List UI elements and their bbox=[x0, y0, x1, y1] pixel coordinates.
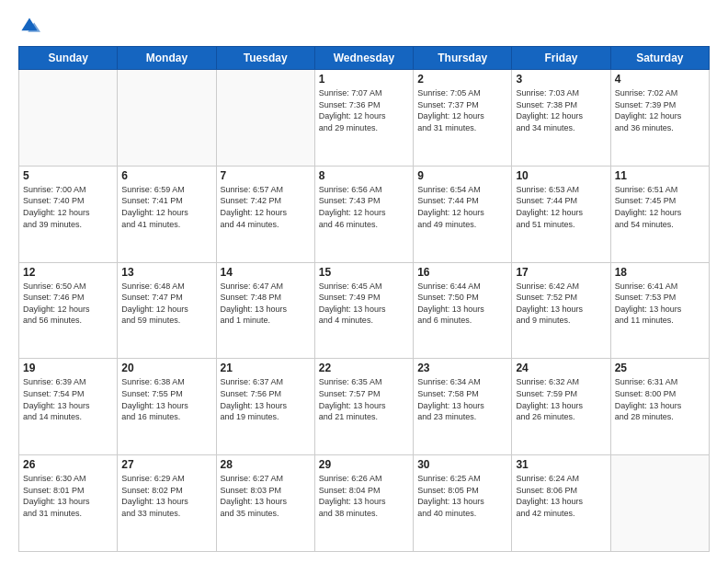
day-info: Sunrise: 6:56 AM Sunset: 7:43 PM Dayligh… bbox=[319, 184, 409, 230]
calendar-cell: 9Sunrise: 6:54 AM Sunset: 7:44 PM Daylig… bbox=[414, 166, 512, 262]
day-number: 9 bbox=[417, 169, 507, 182]
day-number: 8 bbox=[319, 169, 409, 182]
calendar-cell: 30Sunrise: 6:25 AM Sunset: 8:05 PM Dayli… bbox=[414, 455, 512, 552]
week-row-3: 12Sunrise: 6:50 AM Sunset: 7:46 PM Dayli… bbox=[19, 262, 710, 359]
header bbox=[18, 15, 710, 37]
calendar-cell: 26Sunrise: 6:30 AM Sunset: 8:01 PM Dayli… bbox=[19, 455, 118, 552]
calendar-cell: 2Sunrise: 7:05 AM Sunset: 7:37 PM Daylig… bbox=[414, 70, 512, 167]
day-info: Sunrise: 6:38 AM Sunset: 7:55 PM Dayligh… bbox=[121, 376, 211, 422]
day-number: 12 bbox=[23, 266, 113, 279]
day-info: Sunrise: 7:05 AM Sunset: 7:37 PM Dayligh… bbox=[417, 87, 507, 133]
day-info: Sunrise: 6:54 AM Sunset: 7:44 PM Dayligh… bbox=[417, 184, 507, 230]
calendar-cell bbox=[19, 70, 118, 167]
day-info: Sunrise: 6:29 AM Sunset: 8:02 PM Dayligh… bbox=[121, 473, 211, 519]
calendar-cell: 14Sunrise: 6:47 AM Sunset: 7:48 PM Dayli… bbox=[216, 262, 314, 359]
day-info: Sunrise: 6:48 AM Sunset: 7:47 PM Dayligh… bbox=[121, 281, 211, 327]
logo-icon bbox=[18, 15, 40, 37]
day-info: Sunrise: 6:51 AM Sunset: 7:45 PM Dayligh… bbox=[615, 184, 705, 230]
calendar-cell: 8Sunrise: 6:56 AM Sunset: 7:43 PM Daylig… bbox=[314, 166, 413, 262]
calendar-cell: 29Sunrise: 6:26 AM Sunset: 8:04 PM Dayli… bbox=[314, 455, 413, 552]
calendar-cell: 3Sunrise: 7:03 AM Sunset: 7:38 PM Daylig… bbox=[512, 70, 610, 167]
day-number: 19 bbox=[23, 362, 113, 374]
page: SundayMondayTuesdayWednesdayThursdayFrid… bbox=[0, 0, 728, 563]
day-number: 27 bbox=[121, 458, 211, 471]
calendar-cell: 1Sunrise: 7:07 AM Sunset: 7:36 PM Daylig… bbox=[314, 70, 413, 167]
calendar-cell: 17Sunrise: 6:42 AM Sunset: 7:52 PM Dayli… bbox=[512, 262, 610, 359]
calendar-cell: 24Sunrise: 6:32 AM Sunset: 7:59 PM Dayli… bbox=[512, 359, 610, 455]
day-number: 22 bbox=[319, 362, 409, 374]
day-info: Sunrise: 6:31 AM Sunset: 8:00 PM Dayligh… bbox=[615, 376, 705, 422]
day-number: 28 bbox=[221, 458, 311, 471]
calendar-cell: 23Sunrise: 6:34 AM Sunset: 7:58 PM Dayli… bbox=[414, 359, 512, 455]
weekday-header-saturday: Saturday bbox=[610, 47, 709, 70]
day-number: 10 bbox=[516, 169, 606, 182]
calendar-cell: 28Sunrise: 6:27 AM Sunset: 8:03 PM Dayli… bbox=[216, 455, 314, 552]
day-number: 5 bbox=[23, 169, 113, 182]
day-number: 14 bbox=[221, 266, 311, 279]
day-number: 18 bbox=[615, 266, 705, 279]
day-info: Sunrise: 6:57 AM Sunset: 7:42 PM Dayligh… bbox=[221, 184, 311, 230]
day-number: 11 bbox=[615, 169, 705, 182]
calendar-cell bbox=[118, 70, 216, 167]
week-row-5: 26Sunrise: 6:30 AM Sunset: 8:01 PM Dayli… bbox=[19, 455, 710, 552]
calendar-cell: 4Sunrise: 7:02 AM Sunset: 7:39 PM Daylig… bbox=[610, 70, 709, 167]
calendar-cell: 19Sunrise: 6:39 AM Sunset: 7:54 PM Dayli… bbox=[19, 359, 118, 455]
day-info: Sunrise: 6:24 AM Sunset: 8:06 PM Dayligh… bbox=[516, 473, 606, 519]
logo bbox=[18, 15, 44, 37]
day-number: 26 bbox=[23, 458, 113, 471]
day-number: 1 bbox=[319, 73, 409, 86]
calendar-cell: 7Sunrise: 6:57 AM Sunset: 7:42 PM Daylig… bbox=[216, 166, 314, 262]
calendar-cell: 25Sunrise: 6:31 AM Sunset: 8:00 PM Dayli… bbox=[610, 359, 709, 455]
day-number: 3 bbox=[516, 73, 606, 86]
day-info: Sunrise: 6:26 AM Sunset: 8:04 PM Dayligh… bbox=[319, 473, 409, 519]
day-number: 31 bbox=[516, 458, 606, 471]
weekday-header-sunday: Sunday bbox=[19, 47, 118, 70]
calendar-cell bbox=[216, 70, 314, 167]
day-number: 13 bbox=[121, 266, 211, 279]
day-number: 16 bbox=[417, 266, 507, 279]
calendar-cell: 16Sunrise: 6:44 AM Sunset: 7:50 PM Dayli… bbox=[414, 262, 512, 359]
day-info: Sunrise: 6:32 AM Sunset: 7:59 PM Dayligh… bbox=[516, 376, 606, 422]
calendar-cell: 10Sunrise: 6:53 AM Sunset: 7:44 PM Dayli… bbox=[512, 166, 610, 262]
day-info: Sunrise: 6:35 AM Sunset: 7:57 PM Dayligh… bbox=[319, 376, 409, 422]
weekday-header-wednesday: Wednesday bbox=[314, 47, 413, 70]
calendar-cell: 18Sunrise: 6:41 AM Sunset: 7:53 PM Dayli… bbox=[610, 262, 709, 359]
calendar-cell: 6Sunrise: 6:59 AM Sunset: 7:41 PM Daylig… bbox=[118, 166, 216, 262]
day-info: Sunrise: 7:03 AM Sunset: 7:38 PM Dayligh… bbox=[516, 87, 606, 133]
calendar-cell: 5Sunrise: 7:00 AM Sunset: 7:40 PM Daylig… bbox=[19, 166, 118, 262]
calendar-cell: 12Sunrise: 6:50 AM Sunset: 7:46 PM Dayli… bbox=[19, 262, 118, 359]
day-number: 29 bbox=[319, 458, 409, 471]
day-info: Sunrise: 6:34 AM Sunset: 7:58 PM Dayligh… bbox=[417, 376, 507, 422]
day-number: 7 bbox=[221, 169, 311, 182]
day-info: Sunrise: 6:50 AM Sunset: 7:46 PM Dayligh… bbox=[23, 281, 113, 327]
day-info: Sunrise: 6:44 AM Sunset: 7:50 PM Dayligh… bbox=[417, 281, 507, 327]
weekday-header-monday: Monday bbox=[118, 47, 216, 70]
day-info: Sunrise: 6:27 AM Sunset: 8:03 PM Dayligh… bbox=[221, 473, 311, 519]
calendar-cell: 20Sunrise: 6:38 AM Sunset: 7:55 PM Dayli… bbox=[118, 359, 216, 455]
calendar-cell: 22Sunrise: 6:35 AM Sunset: 7:57 PM Dayli… bbox=[314, 359, 413, 455]
day-info: Sunrise: 6:47 AM Sunset: 7:48 PM Dayligh… bbox=[221, 281, 311, 327]
day-number: 24 bbox=[516, 362, 606, 374]
day-info: Sunrise: 6:59 AM Sunset: 7:41 PM Dayligh… bbox=[121, 184, 211, 230]
day-number: 17 bbox=[516, 266, 606, 279]
calendar-cell: 15Sunrise: 6:45 AM Sunset: 7:49 PM Dayli… bbox=[314, 262, 413, 359]
calendar-cell: 27Sunrise: 6:29 AM Sunset: 8:02 PM Dayli… bbox=[118, 455, 216, 552]
weekday-header-friday: Friday bbox=[512, 47, 610, 70]
calendar-cell: 11Sunrise: 6:51 AM Sunset: 7:45 PM Dayli… bbox=[610, 166, 709, 262]
calendar-cell: 13Sunrise: 6:48 AM Sunset: 7:47 PM Dayli… bbox=[118, 262, 216, 359]
day-info: Sunrise: 7:02 AM Sunset: 7:39 PM Dayligh… bbox=[615, 87, 705, 133]
day-number: 6 bbox=[121, 169, 211, 182]
day-number: 21 bbox=[221, 362, 311, 374]
week-row-4: 19Sunrise: 6:39 AM Sunset: 7:54 PM Dayli… bbox=[19, 359, 710, 455]
day-number: 30 bbox=[417, 458, 507, 471]
day-info: Sunrise: 6:53 AM Sunset: 7:44 PM Dayligh… bbox=[516, 184, 606, 230]
weekday-header-row: SundayMondayTuesdayWednesdayThursdayFrid… bbox=[19, 47, 710, 70]
day-info: Sunrise: 6:39 AM Sunset: 7:54 PM Dayligh… bbox=[23, 376, 113, 422]
day-number: 4 bbox=[615, 73, 705, 86]
day-info: Sunrise: 6:37 AM Sunset: 7:56 PM Dayligh… bbox=[221, 376, 311, 422]
day-info: Sunrise: 6:25 AM Sunset: 8:05 PM Dayligh… bbox=[417, 473, 507, 519]
calendar-table: SundayMondayTuesdayWednesdayThursdayFrid… bbox=[18, 46, 710, 552]
day-number: 23 bbox=[417, 362, 507, 374]
day-number: 25 bbox=[615, 362, 705, 374]
week-row-1: 1Sunrise: 7:07 AM Sunset: 7:36 PM Daylig… bbox=[19, 70, 710, 167]
